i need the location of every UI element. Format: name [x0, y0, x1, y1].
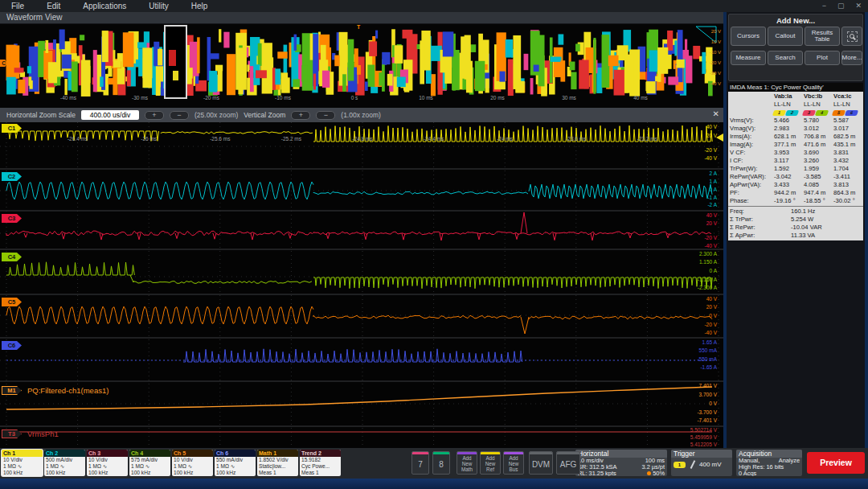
- channel-card-ch-6[interactable]: Ch 6550 mA/div1 MΩ ∿100 kHz: [215, 450, 256, 476]
- waveform-trace: [313, 277, 712, 289]
- menu-item-utility[interactable]: Utility: [149, 2, 168, 10]
- waveform-svg: [0, 122, 723, 448]
- horizontal-zoom-plus-button[interactable]: +: [145, 111, 164, 120]
- overview-time-label: -20 ms: [203, 95, 219, 101]
- meas-value: 3.831: [833, 149, 862, 157]
- overview-art: [15, 45, 19, 78]
- acquisition-panel[interactable]: Acquisition Manual, Analyze High Res: 16…: [736, 450, 802, 476]
- channel-card-ch-2[interactable]: Ch 2500 mA/div1 MΩ ∿100 kHz: [44, 450, 85, 476]
- horizontal-panel-rows: 10 ms/div100 msSR: 312.5 kSA3.2 µs/ptRL:…: [575, 458, 667, 476]
- channel-card-line: 100 kHz: [87, 470, 128, 476]
- close-zoom-icon[interactable]: ✕: [713, 109, 719, 118]
- trigger-panel[interactable]: Trigger 1 400 mV: [671, 450, 732, 476]
- overview-art: [45, 40, 48, 53]
- channel-card-trend-2[interactable]: Trend 215.9182Cyc Powe...Meas 1: [300, 450, 341, 476]
- overview-art: [28, 76, 31, 85]
- waveform-view-tab[interactable]: Waveform View: [0, 12, 723, 24]
- overview-art: [575, 43, 580, 51]
- overview-art: [668, 76, 678, 84]
- zoom-select-button[interactable]: [841, 27, 862, 46]
- add-new-callout-button[interactable]: Callout: [768, 27, 803, 46]
- maximize-icon[interactable]: ▢: [837, 0, 845, 12]
- horizontal-panel[interactable]: Horizontal 10 ms/div100 msSR: 312.5 kSA3…: [575, 450, 667, 476]
- menu-item-edit[interactable]: Edit: [47, 2, 60, 10]
- menu-item-file[interactable]: File: [11, 2, 24, 10]
- waveform-trace: [62, 233, 65, 239]
- close-icon[interactable]: ✕: [855, 0, 862, 12]
- horizontal-zoom-minus-button[interactable]: −: [170, 111, 189, 120]
- vertical-zoom-minus-button[interactable]: −: [316, 111, 335, 120]
- overview-art: [80, 35, 84, 40]
- overview-art: [443, 31, 454, 56]
- channel-card-line: 500 mA/div: [44, 457, 85, 463]
- channel-card-name: Ch 5: [172, 450, 213, 457]
- add-new-ref-button[interactable]: Add New Ref: [480, 451, 501, 475]
- overview-art: [137, 42, 146, 48]
- channel-card-ch-3[interactable]: Ch 310 V/div1 MΩ ∿100 kHz: [87, 450, 128, 476]
- meas-row: Irms(A):628.1 m706.8 m682.5 m: [728, 133, 863, 141]
- main-waveform-area[interactable]: C140 V20 V-20 V-40 VC22 A1 A0 A-1 A-2 AC…: [0, 122, 723, 448]
- overview-art: [102, 31, 108, 62]
- minimize-icon[interactable]: −: [822, 0, 826, 12]
- overview-art: [247, 64, 249, 72]
- scale-label: 40 V: [706, 212, 717, 218]
- overview-art: [570, 62, 575, 71]
- 8-button[interactable]: 8: [432, 451, 450, 475]
- channel-card-math-1[interactable]: Math 11.8502 V/divStatic|low...Meas 1: [257, 450, 298, 476]
- scale-label: 40 V: [706, 296, 717, 302]
- overview-art: [397, 77, 406, 88]
- meas-value: 3.017: [833, 125, 862, 133]
- trigger-position-icon[interactable]: T: [357, 24, 360, 30]
- channel-5-badge: 5: [832, 110, 845, 116]
- waveform-trace: [24, 233, 27, 237]
- waveform-trace: [6, 262, 134, 275]
- channel-card-line: 100 kHz: [215, 470, 256, 476]
- scale-label: 5.502714 V: [690, 427, 717, 433]
- scale-label: 0 V: [709, 401, 717, 406]
- meas-row: PF:944.2 m947.4 m864.3 m: [728, 189, 863, 197]
- scale-label: 1.150 A: [699, 259, 717, 265]
- channel-card-line: 1.8502 V/div: [257, 457, 298, 463]
- measurement-title[interactable]: IMDA Meas 1: Cyc Power Quality': [728, 83, 863, 92]
- add-new-bus-button[interactable]: Add New Bus: [503, 451, 524, 475]
- channel-card-ch-4[interactable]: Ch 4575 mA/div1 MΩ ∿100 kHz: [129, 450, 170, 476]
- add-new-math-button[interactable]: Add New Math: [457, 451, 477, 475]
- add-new-results-table-button[interactable]: Results Table: [805, 27, 840, 46]
- overview-right-scale: 20 V10 V-10 V-20 V-30 V-40 V: [697, 24, 721, 108]
- meas-spacer: [728, 101, 773, 109]
- meas-badge-cell: 34: [803, 109, 833, 117]
- overview-art: [551, 57, 562, 62]
- menu-item-help[interactable]: Help: [191, 2, 208, 10]
- add-new-cursors-button[interactable]: Cursors: [731, 27, 766, 46]
- preview-button[interactable]: Preview: [807, 452, 865, 474]
- horizontal-zoom-scale-value[interactable]: 400.00 us/div: [81, 110, 139, 120]
- channel-card-ch-1[interactable]: Ch 110 V/div1 MΩ ∿100 kHz: [2, 450, 43, 476]
- scale-label: -20 V: [704, 235, 717, 240]
- waveform-trace: [477, 233, 481, 240]
- channel-card-line: 1 MΩ ∿: [44, 463, 85, 470]
- meas-value: 947.4 m: [803, 189, 833, 197]
- dvm-button[interactable]: DVM: [529, 451, 553, 475]
- add-new-measure-button[interactable]: Measure: [731, 51, 766, 65]
- add-new-search-button[interactable]: Search: [768, 51, 803, 65]
- overview-waveform[interactable]: T C -40 ms-30 ms-20 ms-10 ms0 s10 ms20 m…: [0, 24, 723, 108]
- measurement-results-panel[interactable]: IMDA Meas 1: Cyc Power Quality' Vab:IaVb…: [728, 83, 863, 240]
- waveform-trace: [521, 212, 527, 233]
- meas-value: 4.085: [803, 181, 833, 189]
- scale-label: -20 V: [704, 147, 717, 153]
- menu-item-applications[interactable]: Applications: [83, 2, 126, 10]
- meas-row-label: Vrms(V):: [728, 117, 773, 125]
- scale-label: 40 V: [706, 124, 717, 129]
- 7-button[interactable]: 7: [411, 451, 429, 475]
- overview-art: [524, 54, 529, 70]
- meas-row-label: Phase:: [728, 197, 773, 205]
- more-button[interactable]: More...: [841, 51, 862, 65]
- trigger-level-arrow-icon[interactable]: [716, 134, 723, 142]
- overview-art: [108, 78, 113, 84]
- channel-card-ch-5[interactable]: Ch 510 V/div1 MΩ ∿100 kHz: [172, 450, 213, 476]
- meas-badge-cell: 56: [833, 109, 862, 117]
- vertical-zoom-plus-button[interactable]: +: [291, 111, 310, 120]
- afg-button[interactable]: AFG: [556, 451, 580, 475]
- add-new-plot-button[interactable]: Plot: [805, 51, 840, 65]
- overview-art: [534, 65, 539, 72]
